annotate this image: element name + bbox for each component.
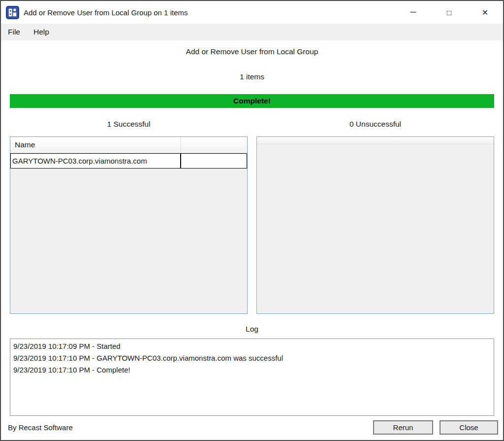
log-output[interactable]: 9/23/2019 10:17:09 PM - Started 9/23/201… (10, 339, 494, 416)
app-window: Add or Remove User from Local Group on 1… (0, 0, 504, 441)
close-button[interactable]: Close (440, 420, 498, 435)
maximize-icon[interactable]: □ (431, 1, 467, 24)
unsuccessful-grid[interactable] (256, 136, 494, 314)
successful-grid-header[interactable]: Name (10, 137, 247, 153)
items-count: 1 items (1, 72, 503, 81)
minimize-icon[interactable]: ─ (395, 1, 431, 24)
unsuccessful-grid-header (257, 137, 494, 144)
unsuccessful-label: 0 Unsuccessful (256, 120, 494, 129)
name-column-header[interactable]: Name (10, 137, 181, 153)
menu-bar: File Help (1, 24, 503, 40)
close-icon[interactable]: ✕ (467, 1, 503, 24)
title-bar[interactable]: Add or Remove User from Local Group on 1… (1, 1, 503, 24)
result-panels: Name GARYTOWN-PC03.corp.viamonstra.com (10, 136, 494, 314)
menu-item-file[interactable]: File (8, 28, 20, 36)
successful-grid[interactable]: Name GARYTOWN-PC03.corp.viamonstra.com (10, 136, 248, 314)
status-bar: Complete! (10, 94, 494, 108)
credit-text: By Recast Software (8, 423, 73, 432)
window-controls: ─ □ ✕ (395, 1, 503, 24)
successful-label: 1 Successful (10, 120, 248, 129)
status-label: Complete! (233, 97, 271, 105)
log-line: 9/23/2019 10:17:10 PM - Complete! (13, 364, 491, 376)
footer-bar: By Recast Software Rerun Close (8, 420, 498, 435)
menu-item-help[interactable]: Help (33, 28, 49, 36)
name-cell[interactable]: GARYTOWN-PC03.corp.viamonstra.com (11, 154, 181, 168)
filler-column-header (181, 137, 247, 153)
footer-buttons: Rerun Close (373, 420, 498, 435)
content-area: Add or Remove User from Local Group 1 it… (1, 40, 503, 440)
result-labels: 1 Successful 0 Unsuccessful (10, 120, 494, 129)
window-title: Add or Remove User from Local Group on 1… (24, 8, 188, 17)
page-title: Add or Remove User from Local Group (1, 47, 503, 56)
app-icon[interactable] (6, 6, 19, 19)
log-line: 9/23/2019 10:17:10 PM - GARYTOWN-PC03.co… (13, 352, 491, 364)
table-row[interactable]: GARYTOWN-PC03.corp.viamonstra.com (10, 153, 247, 169)
filler-cell (181, 154, 247, 168)
log-label: Log (1, 325, 503, 334)
rerun-button[interactable]: Rerun (373, 420, 433, 435)
log-line: 9/23/2019 10:17:09 PM - Started (13, 340, 491, 352)
